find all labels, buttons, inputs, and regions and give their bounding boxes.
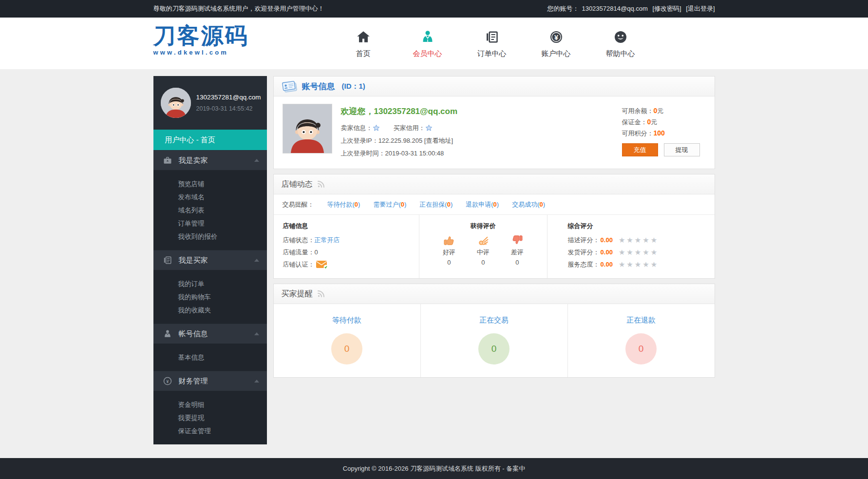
nav-label: 账户中心 xyxy=(524,49,588,58)
site-logo[interactable]: 刀客源码 www.dkewl.com xyxy=(153,23,249,56)
sidebar-section-seller: 我是卖家 预览店铺 发布域名 域名列表 订单管理 我收到的报价 xyxy=(153,150,267,250)
panel-title: 账号信息 xyxy=(302,81,335,92)
paren: ) xyxy=(451,201,453,208)
rating-good: 好评 0 xyxy=(439,234,459,266)
reminder-trade-success[interactable]: 交易成功(0) xyxy=(512,200,545,209)
sidebar-section-title: 我是卖家 xyxy=(179,156,208,165)
reminder-need-transfer[interactable]: 需要过户(0) xyxy=(373,200,406,209)
scores-column: 综合评分 描述评分：0.00★★★★★ 发货评分：0.00★★★★★ 服务态度：… xyxy=(547,215,715,278)
trading-count-badge[interactable]: 0 xyxy=(478,333,509,364)
chevron-up-icon xyxy=(254,380,259,383)
shop-status-link[interactable]: 正常开店 xyxy=(315,234,340,246)
rating-count: 0 xyxy=(473,259,493,266)
profile-login-time: 2019-03-31 14:55:42 xyxy=(196,105,261,112)
sidebar-item-fund-details[interactable]: 资金明细 xyxy=(153,398,267,411)
reminder-label: 交易成功 xyxy=(512,201,537,208)
waiting-payment-count-badge[interactable]: 0 xyxy=(331,333,362,364)
account-id: (ID：1) xyxy=(342,82,365,91)
sidebar-item-domain-list[interactable]: 域名列表 xyxy=(153,204,267,217)
nav-help-center[interactable]: 帮助中心 xyxy=(588,18,653,58)
reminder-count: 0 xyxy=(447,201,451,208)
cert-envelope-icon[interactable] xyxy=(316,260,328,269)
reminder-count: 0 xyxy=(401,201,404,208)
sidebar-item-received-offers[interactable]: 我收到的报价 xyxy=(153,230,267,243)
sidebar-item-my-favorites[interactable]: 我的收藏夹 xyxy=(153,304,267,317)
reminder-refund-request[interactable]: 退款申请(0) xyxy=(466,200,499,209)
person-icon xyxy=(163,329,172,339)
score-label: 描述评分： xyxy=(568,234,600,246)
rating-neutral: 中评 0 xyxy=(473,234,493,266)
reminder-count: 0 xyxy=(355,201,358,208)
buyer-waiting-payment-column: 等待付款 0 xyxy=(274,304,420,377)
buyer-trading-link[interactable]: 正在交易 xyxy=(421,316,567,325)
star-rating-icons: ★★★★★ xyxy=(619,258,659,270)
sidebar-banner-user-center-home[interactable]: 用户中心 - 首页 xyxy=(153,130,267,150)
nav-home[interactable]: 首页 xyxy=(331,18,396,58)
sidebar-item-withdraw[interactable]: 我要提现 xyxy=(153,411,267,424)
balance-row: 可用余额：0元 xyxy=(622,105,706,116)
sidebar-item-preview-shop[interactable]: 预览店铺 xyxy=(153,177,267,191)
shop-status-row: 店铺状态：正常开店 xyxy=(283,234,419,246)
buyer-refunding-link[interactable]: 正在退款 xyxy=(568,316,715,325)
welcome-text: 欢迎您，1302357281@qq.com xyxy=(341,106,458,117)
content-area: 账号信息 (ID：1) 欢迎您，1302357281@qq.com 卖家信息：买… xyxy=(273,76,715,383)
last-ip-row: 上次登录IP：122.225.98.205 [查看地址] xyxy=(341,134,458,147)
score-label: 发货评分： xyxy=(568,246,600,258)
shop-traffic-value: 0 xyxy=(315,246,318,258)
reminder-waiting-payment[interactable]: 等待付款(0) xyxy=(327,200,360,209)
rss-icon xyxy=(317,289,325,298)
nav-account-center[interactable]: ¥ 账户中心 xyxy=(524,18,588,58)
nav-order-center[interactable]: 订单中心 xyxy=(460,18,524,58)
seller-info-label: 卖家信息： xyxy=(341,124,373,132)
sidebar-section-header-account[interactable]: 帐号信息 xyxy=(153,324,267,344)
shop-status-label: 店铺状态： xyxy=(283,234,315,246)
buyer-waiting-payment-link[interactable]: 等待付款 xyxy=(274,316,420,325)
topbar: 尊敬的刀客源码测试域名系统用户，欢迎登录用户管理中心！ 您的账号：1302357… xyxy=(0,0,868,18)
home-icon xyxy=(356,38,371,46)
view-address-link[interactable]: [查看地址] xyxy=(424,137,453,144)
ledger-icon xyxy=(163,255,172,265)
sidebar-section-header-finance[interactable]: ¥ 财务管理 xyxy=(153,371,267,391)
sidebar-buyer-items: 我的订单 我的购物车 我的收藏夹 xyxy=(153,270,267,324)
refunding-count-badge[interactable]: 0 xyxy=(625,333,657,364)
reminder-count: 0 xyxy=(493,201,497,208)
last-ip-label: 上次登录IP： xyxy=(341,137,378,144)
trade-reminder-row: 交易提醒： 等待付款(0) 需要过户(0) 正在担保(0) 退款申请(0) 交易… xyxy=(274,194,715,215)
logout-link[interactable]: [退出登录] xyxy=(686,5,715,12)
withdraw-button[interactable]: 提现 xyxy=(664,143,700,156)
sidebar-section-buyer: 我是买家 我的订单 我的购物车 我的收藏夹 xyxy=(153,250,267,324)
sidebar-item-basic-info[interactable]: 基本信息 xyxy=(153,351,267,364)
sidebar-item-deposit-manage[interactable]: 保证金管理 xyxy=(153,424,267,438)
sidebar-item-order-manage[interactable]: 订单管理 xyxy=(153,217,267,230)
shop-info-title: 店铺信息 xyxy=(283,222,419,230)
sidebar-section-header-seller[interactable]: 我是卖家 xyxy=(153,150,267,170)
chevron-up-icon xyxy=(254,259,259,262)
score-value: 0.00 xyxy=(601,246,613,258)
rating-bad: 差评 0 xyxy=(508,234,527,266)
thumb-down-icon xyxy=(508,234,527,247)
last-ip-value: 122.225.98.205 xyxy=(378,137,422,144)
last-time-label: 上次登录时间： xyxy=(341,150,385,157)
seller-star-icon xyxy=(373,124,380,132)
id-card-icon xyxy=(281,78,298,94)
copyright-text: Copyright © 2016-2026 刀客源码测试域名系统 版权所有 - … xyxy=(343,465,525,472)
last-time-row: 上次登录时间：2019-03-31 15:00:48 xyxy=(341,147,458,160)
user-avatar xyxy=(283,104,332,153)
reminder-label: 退款申请 xyxy=(466,201,491,208)
nav-member-center[interactable]: 会员中心 xyxy=(396,18,460,58)
sidebar-item-publish-domain[interactable]: 发布域名 xyxy=(153,191,267,204)
sidebar-account-items: 基本信息 xyxy=(153,344,267,371)
score-value: 0.00 xyxy=(601,234,613,246)
rating-label: 中评 xyxy=(473,248,493,257)
main-nav: 首页 会员中心 订单中心 ¥ 账户中心 xyxy=(331,18,653,58)
change-password-link[interactable]: [修改密码] xyxy=(652,5,681,12)
reminder-in-escrow[interactable]: 正在担保(0) xyxy=(419,200,453,209)
reminder-label: 需要过户 xyxy=(373,201,398,208)
sidebar-item-my-cart[interactable]: 我的购物车 xyxy=(153,290,267,304)
coin-icon: ¥ xyxy=(163,376,172,386)
sidebar-item-my-orders[interactable]: 我的订单 xyxy=(153,277,267,290)
recharge-button[interactable]: 充值 xyxy=(622,143,658,156)
nav-label: 会员中心 xyxy=(396,49,460,58)
chevron-up-icon xyxy=(254,332,259,335)
sidebar-section-header-buyer[interactable]: 我是买家 xyxy=(153,250,267,270)
